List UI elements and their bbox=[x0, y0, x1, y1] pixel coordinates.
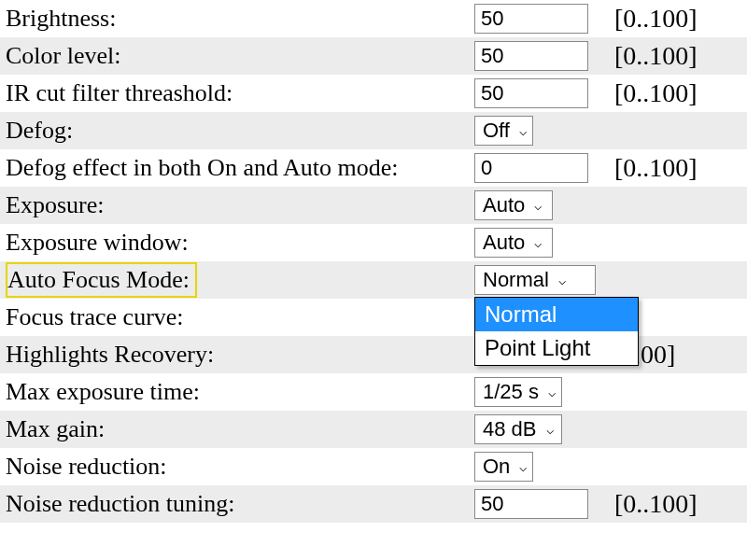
label-noise-tuning: Noise reduction tuning: bbox=[6, 490, 474, 518]
chevron-down-icon: ⌵ bbox=[534, 199, 542, 212]
chevron-down-icon: ⌵ bbox=[519, 124, 527, 137]
label-highlights: Highlights Recovery: bbox=[6, 341, 474, 369]
control-ir-cut bbox=[474, 78, 607, 108]
af-mode-dropdown: Normal Point Light bbox=[474, 297, 639, 366]
row-exposure: Exposure: Auto ⌵ bbox=[0, 187, 747, 224]
label-exposure-window: Exposure window: bbox=[6, 229, 474, 257]
row-ir-cut: IR cut filter threashold: [0..100] bbox=[0, 75, 747, 112]
noise-tuning-input[interactable] bbox=[474, 489, 588, 519]
label-focus-trace: Focus trace curve: bbox=[6, 303, 474, 331]
row-max-gain: Max gain: 48 dB ⌵ bbox=[0, 411, 747, 448]
noise-reduction-select-value: On bbox=[483, 455, 510, 479]
exposure-select[interactable]: Auto ⌵ bbox=[474, 190, 553, 220]
exposure-window-select-value: Auto bbox=[483, 231, 525, 255]
chevron-down-icon: ⌵ bbox=[546, 423, 554, 436]
label-defog: Defog: bbox=[6, 117, 474, 145]
noise-reduction-select[interactable]: On ⌵ bbox=[474, 452, 533, 482]
chevron-down-icon: ⌵ bbox=[534, 236, 542, 249]
label-noise-reduction: Noise reduction: bbox=[6, 453, 474, 481]
camera-settings-form: Brightness: [0..100] Color level: [0..10… bbox=[0, 0, 747, 523]
defog-select-value: Off bbox=[483, 119, 510, 143]
max-gain-select-value: 48 dB bbox=[483, 417, 537, 441]
control-color-level bbox=[474, 41, 607, 71]
af-mode-option-point-light[interactable]: Point Light bbox=[475, 331, 638, 365]
label-exposure: Exposure: bbox=[6, 191, 474, 219]
range-color-level: [0..100] bbox=[607, 41, 747, 71]
row-exposure-window: Exposure window: Auto ⌵ bbox=[0, 224, 747, 261]
row-defog-effect: Defog effect in both On and Auto mode: [… bbox=[0, 149, 747, 187]
af-mode-option-normal[interactable]: Normal bbox=[475, 298, 638, 331]
row-noise-tuning: Noise reduction tuning: [0..100] bbox=[0, 485, 747, 523]
defog-effect-input[interactable] bbox=[474, 153, 588, 183]
color-level-input[interactable] bbox=[474, 41, 588, 71]
af-mode-select-value: Normal bbox=[483, 268, 549, 292]
max-gain-select[interactable]: 48 dB ⌵ bbox=[474, 414, 562, 444]
label-brightness: Brightness: bbox=[6, 5, 474, 33]
control-defog-effect bbox=[474, 153, 607, 183]
chevron-down-icon: ⌵ bbox=[519, 460, 527, 473]
ir-cut-input[interactable] bbox=[474, 78, 588, 108]
row-noise-reduction: Noise reduction: On ⌵ bbox=[0, 448, 747, 485]
brightness-input[interactable] bbox=[474, 4, 588, 34]
range-brightness: [0..100] bbox=[607, 4, 747, 34]
control-max-exposure: 1/25 s ⌵ bbox=[474, 377, 607, 407]
label-af-mode-wrap: Auto Focus Mode: bbox=[6, 262, 474, 298]
control-exposure: Auto ⌵ bbox=[474, 190, 607, 220]
defog-select[interactable]: Off ⌵ bbox=[474, 116, 533, 146]
label-max-gain: Max gain: bbox=[6, 415, 474, 443]
label-color-level: Color level: bbox=[6, 42, 474, 70]
control-exposure-window: Auto ⌵ bbox=[474, 228, 607, 258]
max-exposure-select[interactable]: 1/25 s ⌵ bbox=[474, 377, 562, 407]
range-defog-effect: [0..100] bbox=[607, 153, 747, 183]
chevron-down-icon: ⌵ bbox=[558, 273, 566, 287]
max-exposure-select-value: 1/25 s bbox=[483, 380, 539, 404]
exposure-window-select[interactable]: Auto ⌵ bbox=[474, 228, 553, 258]
label-ir-cut: IR cut filter threashold: bbox=[6, 79, 474, 107]
control-max-gain: 48 dB ⌵ bbox=[474, 414, 607, 444]
row-color-level: Color level: [0..100] bbox=[0, 37, 747, 75]
row-max-exposure: Max exposure time: 1/25 s ⌵ bbox=[0, 373, 747, 411]
label-defog-effect: Defog effect in both On and Auto mode: bbox=[6, 154, 474, 182]
chevron-down-icon: ⌵ bbox=[548, 385, 556, 399]
row-af-mode: Auto Focus Mode: Normal ⌵ Normal Point L… bbox=[0, 261, 747, 299]
control-defog: Off ⌵ bbox=[474, 116, 607, 146]
label-max-exposure: Max exposure time: bbox=[6, 378, 474, 406]
control-noise-tuning bbox=[474, 489, 607, 519]
exposure-select-value: Auto bbox=[483, 193, 525, 217]
af-mode-select[interactable]: Normal ⌵ bbox=[474, 265, 596, 295]
row-defog: Defog: Off ⌵ bbox=[0, 112, 747, 149]
control-brightness bbox=[474, 4, 607, 34]
control-af-mode: Normal ⌵ Normal Point Light bbox=[474, 265, 607, 295]
control-noise-reduction: On ⌵ bbox=[474, 452, 607, 482]
range-ir-cut: [0..100] bbox=[607, 78, 747, 108]
row-brightness: Brightness: [0..100] bbox=[0, 0, 747, 37]
range-noise-tuning: [0..100] bbox=[607, 489, 747, 519]
label-af-mode: Auto Focus Mode: bbox=[6, 262, 197, 298]
